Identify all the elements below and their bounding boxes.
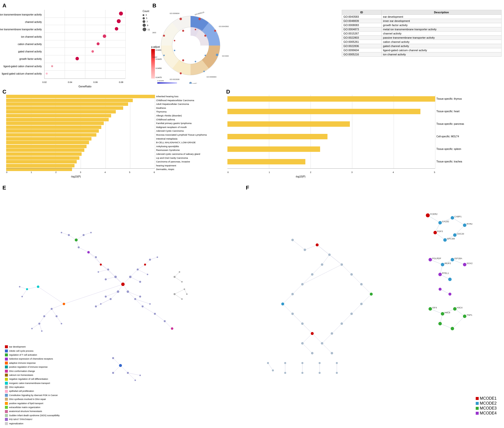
logfc-down-circle (189, 82, 192, 84)
grid-v-4 (125, 10, 126, 79)
node-e-center (121, 283, 125, 286)
y-label-4: cation channel activity (18, 43, 42, 46)
go-table-header-row: ID Description (342, 10, 502, 15)
top-row: A metal ion transmembrane transporter ac… (2, 2, 502, 86)
go-id-2: GO:0008083 (342, 23, 382, 27)
f-node-12 (341, 263, 343, 266)
label-CALB2: CALB2 (442, 220, 449, 223)
bar-label-c-13: Ankylosing spondylitis (156, 145, 179, 148)
x-axis-title-c: -log10(P) (71, 175, 81, 178)
node-green-extra2 (451, 327, 454, 330)
node-extra1 (448, 278, 452, 281)
legend-label-f-0: MCODE1 (480, 396, 497, 401)
f-stub-10 (336, 372, 338, 374)
node-e-27 (56, 315, 58, 317)
circular-chart-group: GO:0005216 GO:0043583 GO:0048839 GO:0008… (152, 11, 229, 80)
d-grid-1 (269, 95, 269, 169)
legend-color-e-15 (5, 406, 8, 409)
node-e-green-1 (75, 238, 78, 241)
outer-dot-4 (203, 71, 205, 72)
f-node-4 (321, 263, 323, 266)
go-label-0: GO:0005216 (194, 11, 205, 16)
go-id-5: GO:0022803 (342, 36, 382, 40)
mcode3-edge-6 (452, 316, 465, 329)
label-INUF2: INUF2 (445, 262, 451, 265)
bar-label-c-7: Familial primary gastric lymphoma (156, 122, 192, 125)
x-tick-0: 0.02 (42, 81, 47, 83)
f-edge-6 (302, 274, 312, 284)
panel-b: B (150, 2, 502, 86)
inner-dot-8 (182, 30, 184, 32)
f-edge-8 (283, 294, 293, 304)
legend-label-e-1: mitotic cell cycle process (9, 349, 33, 353)
legend-item-e-17: Sudden infant death syndrome (SIDS) susc… (5, 414, 60, 417)
node-e-38 (139, 375, 141, 376)
go-id-7: GO:0022836 (342, 44, 382, 48)
bar-c-4 (6, 110, 116, 113)
edge-e-36 (84, 233, 91, 235)
f-node-11 (311, 352, 313, 354)
bar-d-1 (227, 109, 420, 114)
bar-label-d-2: Tissue-specific: pancreas (436, 121, 464, 127)
go-id-0: GO:0043583 (342, 15, 382, 19)
go-label-5: GO:0015267 (152, 56, 157, 58)
label-H4C8: H4C8 (445, 311, 450, 314)
bars-area-c (6, 95, 155, 169)
mcode2-edge-3 (452, 260, 465, 265)
f-edge-27 (268, 363, 273, 370)
dot-plot-y-labels: metal ion transmembrane transporter acti… (5, 10, 43, 79)
size-label-5: 5 (146, 17, 147, 19)
f-node-1 (291, 239, 294, 241)
legend-label-e-18: PID NFAT TFPATHWAY (9, 418, 32, 421)
bar-c-7 (6, 122, 104, 125)
f-node-10 (301, 342, 304, 345)
legend-item-e-2: regulation of T cell activation (5, 353, 60, 357)
legend-color-e-3 (5, 358, 8, 361)
mcode3-edge-3 (455, 309, 465, 316)
legend-color-e-2 (5, 353, 8, 356)
middle-row: C (2, 89, 502, 182)
edge-e-38 (79, 247, 89, 252)
node-e-19 (68, 234, 70, 236)
bar-c-13 (6, 145, 87, 148)
f-stub-2 (272, 369, 274, 371)
f-edge-21 (332, 324, 342, 333)
dot-2 (115, 27, 118, 31)
bar-c-2 (6, 102, 128, 106)
edge-e-25 (57, 316, 61, 324)
legend-label-e-19: regionalization (9, 422, 23, 425)
f-node-red-2 (311, 332, 314, 335)
outer-dot-6 (163, 55, 165, 56)
edge-e-44 (155, 314, 165, 321)
bar-label-d-1: Tissue-specific: heart (436, 109, 460, 114)
go-label-4: GO:0022836 (170, 79, 179, 80)
legend-label-e-12: Constitutive Signaling by Aberrant PI3K … (9, 394, 58, 397)
dot-3 (103, 34, 106, 38)
legend-color-e-11 (5, 390, 8, 393)
legend-label-e-8: negative regulation of cell differentiat… (9, 377, 48, 381)
edge-e-21 (52, 304, 64, 309)
size-circle-5 (143, 17, 145, 19)
d-grid-3 (352, 95, 352, 169)
bar-c-18 (6, 164, 74, 167)
go-desc-9: ion channel activity (381, 52, 501, 57)
bar-chart-d: Tissue-specific: thymus Tissue-specific:… (227, 95, 499, 174)
node-e-8 (105, 278, 107, 280)
legend-f: MCODE1 MCODE2 MCODE3 MCODE4 (476, 396, 497, 416)
legend-label-e-5: positive regulation of immune response (9, 365, 48, 369)
edge-gray-4 (175, 289, 184, 294)
edge-e-7 (108, 269, 116, 277)
edge-e-main-1 (64, 284, 123, 304)
legend-color-f-3 (476, 412, 479, 415)
bar-label-c-17: Carcinoma of pancreas, invasive (156, 160, 190, 163)
node-e-9 (134, 298, 136, 300)
go-desc-4: channel activity (381, 32, 501, 36)
legend-label-e-11: epithelial cell proliferation (9, 389, 34, 393)
node-e-37 (134, 380, 136, 381)
size-label-7: 7 (147, 20, 148, 23)
bar-c-3 (6, 106, 123, 110)
dot-plot: metal ion transmembrane transporter acti… (5, 7, 143, 84)
bar-label-c-4: Thymoma (156, 110, 166, 113)
x-ticks-d: 0 1 2 3 4 5 (227, 171, 435, 174)
bar-label-c-19: Dermatitis, Atopic (156, 168, 174, 171)
